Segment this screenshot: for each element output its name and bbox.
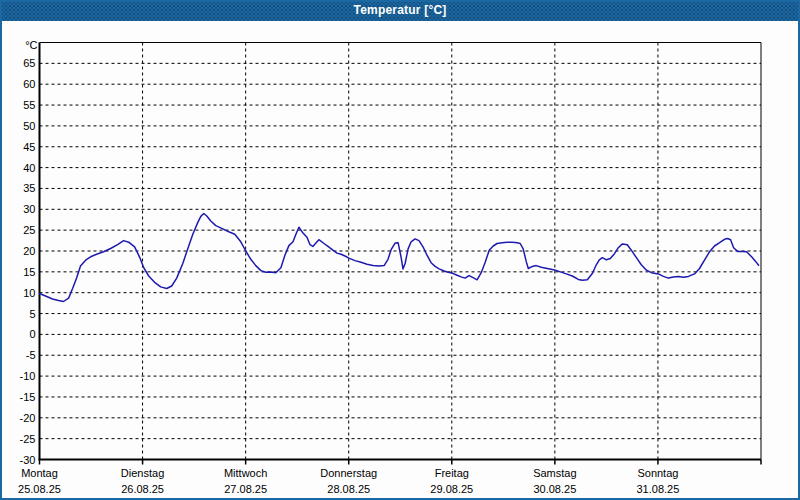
y-tick-label: -15 <box>20 391 36 403</box>
y-axis-unit-label: °C <box>25 39 37 51</box>
y-tick-label: 15 <box>23 266 35 278</box>
y-tick-label: 25 <box>23 224 35 236</box>
x-date-label: 28.08.25 <box>327 483 370 495</box>
x-day-label: Montag <box>21 467 58 479</box>
y-tick-label: -5 <box>26 349 36 361</box>
x-day-label: Mittwoch <box>224 467 267 479</box>
y-tick-label: -20 <box>20 412 36 424</box>
y-tick-label: -25 <box>20 433 36 445</box>
x-day-label: Dienstag <box>121 467 164 479</box>
y-tick-label: 30 <box>23 203 35 215</box>
y-tick-label: 50 <box>23 120 35 132</box>
y-tick-label: 55 <box>23 99 35 111</box>
x-axis-labels: Montag25.08.25Dienstag26.08.25Mittwoch27… <box>18 467 679 495</box>
temperature-series <box>40 214 759 302</box>
x-date-label: 25.08.25 <box>18 483 61 495</box>
y-tick-label: -10 <box>20 370 36 382</box>
y-tick-label: 65 <box>23 57 35 69</box>
window-title: Temperatur [°C] <box>354 0 447 21</box>
y-axis-labels: 65605550454035302520151050-5-10-15-20-25… <box>20 39 38 466</box>
y-tick-label: 45 <box>23 141 35 153</box>
y-tick-label: 10 <box>23 287 35 299</box>
x-date-label: 31.08.25 <box>637 483 680 495</box>
x-date-label: 26.08.25 <box>121 483 164 495</box>
y-tick-label: 20 <box>23 245 35 257</box>
x-date-label: 30.08.25 <box>533 483 576 495</box>
x-day-label: Sonntag <box>637 467 678 479</box>
temperature-chart: 65605550454035302520151050-5-10-15-20-25… <box>0 0 800 500</box>
x-day-label: Freitag <box>435 467 469 479</box>
y-tick-label: -30 <box>20 454 36 466</box>
y-tick-label: 40 <box>23 162 35 174</box>
x-day-label: Donnerstag <box>320 467 377 479</box>
y-tick-label: 60 <box>23 78 35 90</box>
x-day-label: Samstag <box>533 467 576 479</box>
y-tick-label: 35 <box>23 182 35 194</box>
title-bar: Temperatur [°C] <box>0 0 800 21</box>
x-date-label: 27.08.25 <box>224 483 267 495</box>
y-tick-label: 0 <box>29 328 35 340</box>
temperature-line <box>40 214 759 302</box>
y-tick-label: 5 <box>29 308 35 320</box>
app-window: Temperatur [°C] 656055504540353025201510… <box>0 0 800 500</box>
x-date-label: 29.08.25 <box>430 483 473 495</box>
